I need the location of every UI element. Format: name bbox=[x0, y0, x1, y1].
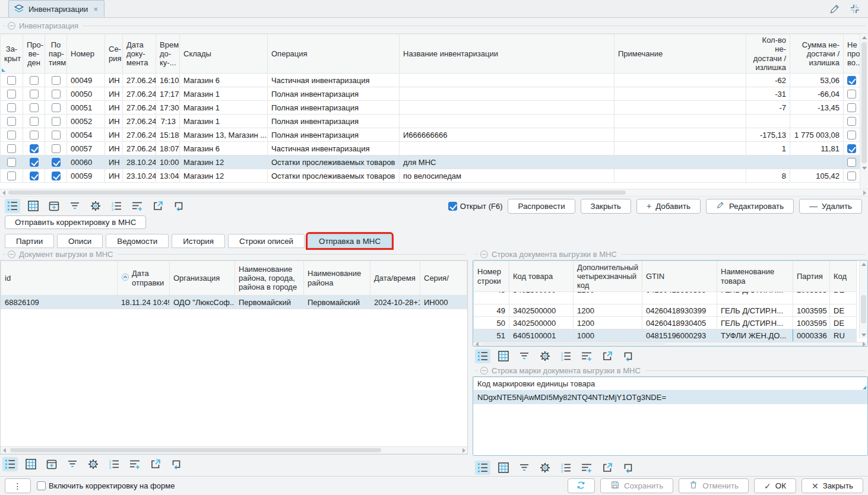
delete-button[interactable]: —Удалить bbox=[799, 199, 862, 214]
add-lines-icon[interactable] bbox=[127, 457, 142, 471]
grid-icon[interactable] bbox=[496, 349, 511, 363]
column-header[interactable]: Не про во... bbox=[844, 34, 860, 74]
posted-checkbox[interactable] bbox=[30, 144, 39, 153]
refresh-loop-icon[interactable] bbox=[620, 349, 636, 363]
scrollbar-thumb[interactable] bbox=[861, 42, 867, 163]
save-button[interactable]: Сохранить bbox=[600, 478, 673, 493]
scroll-down-icon[interactable] bbox=[860, 331, 867, 338]
closed-checkbox[interactable] bbox=[7, 90, 16, 99]
scrollbar-thumb[interactable] bbox=[481, 344, 666, 344]
by-parts-checkbox[interactable] bbox=[52, 144, 61, 153]
column-header[interactable]: Номер строки bbox=[474, 261, 509, 292]
vertical-scrollbar[interactable] bbox=[859, 261, 867, 338]
horizontal-scrollbar[interactable] bbox=[1, 446, 467, 454]
posted-checkbox[interactable] bbox=[30, 90, 39, 99]
column-header[interactable]: Дополнительный четырехзначный код bbox=[574, 261, 642, 292]
table-row[interactable]: 00054ИН27.06.2415:18Магазин 13, Магазин … bbox=[1, 128, 860, 142]
more-menu-button[interactable]: ⋮ bbox=[5, 478, 31, 493]
not-posted-checkbox[interactable] bbox=[847, 131, 856, 139]
edit-pencil-icon[interactable] bbox=[829, 3, 841, 15]
table-row[interactable]: 00051ИН27.06.2417:30Магазин 1Полная инве… bbox=[1, 101, 860, 115]
column-header[interactable]: Наименование района bbox=[304, 261, 370, 296]
filter-icon[interactable] bbox=[67, 199, 83, 213]
column-header[interactable]: Врем до- ку-... bbox=[156, 34, 180, 74]
scrollbar-thumb[interactable] bbox=[861, 295, 866, 323]
by-parts-checkbox[interactable] bbox=[52, 90, 61, 99]
posted-checkbox[interactable] bbox=[30, 76, 39, 85]
closed-checkbox[interactable] bbox=[7, 131, 16, 139]
posted-checkbox[interactable] bbox=[30, 131, 39, 139]
open-filter-checkbox[interactable] bbox=[448, 202, 457, 211]
settings-icon[interactable] bbox=[537, 349, 553, 363]
scroll-left-icon[interactable] bbox=[473, 342, 480, 345]
scroll-right-icon[interactable] bbox=[460, 447, 467, 453]
not-posted-checkbox[interactable] bbox=[847, 90, 856, 99]
column-header[interactable]: Наименование района, города, района в го… bbox=[235, 261, 304, 296]
calendar-add-icon[interactable] bbox=[44, 457, 59, 471]
table-row[interactable]: 00052ИН27.06.247:13Магазин 1Полная инвен… bbox=[1, 115, 860, 128]
filter-icon[interactable] bbox=[517, 461, 532, 475]
scroll-up-icon[interactable] bbox=[860, 34, 868, 41]
list-view-icon[interactable] bbox=[475, 349, 490, 363]
refresh-button[interactable] bbox=[568, 478, 595, 493]
table-row[interactable]: 00049ИН27.06.2416:10Магазин 6Частичная и… bbox=[1, 74, 860, 87]
column-header[interactable]: По пар- тиям bbox=[45, 34, 67, 74]
table-row[interactable]: 516405100001100004815196000293ТУФЛИ ЖЕН.… bbox=[474, 329, 857, 342]
ok-button[interactable]: ✓ОК bbox=[754, 478, 796, 493]
by-parts-checkbox[interactable] bbox=[52, 76, 61, 85]
posted-checkbox[interactable] bbox=[30, 117, 39, 126]
column-header[interactable]: Операция bbox=[268, 34, 400, 74]
vertical-scrollbar[interactable] bbox=[860, 34, 868, 189]
column-header[interactable]: Код маркировки единицы товара bbox=[474, 377, 867, 391]
by-parts-checkbox[interactable] bbox=[52, 103, 61, 112]
column-header[interactable]: Серия/ bbox=[420, 261, 467, 296]
collapse-icon[interactable] bbox=[480, 250, 488, 258]
closed-checkbox[interactable] bbox=[7, 117, 16, 126]
tab-Партии[interactable]: Партии bbox=[5, 234, 54, 248]
table-row[interactable]: NDgxNTE5NjAwMDI5My82NTQ4NTIzMjY1OTg3NDE= bbox=[474, 391, 867, 404]
tab-close-icon[interactable]: × bbox=[93, 5, 98, 14]
column-header[interactable]: Дата отправки bbox=[118, 261, 170, 296]
column-header[interactable]: GTIN bbox=[642, 261, 717, 292]
open-external-icon[interactable] bbox=[148, 457, 163, 471]
filter-icon[interactable] bbox=[65, 457, 80, 471]
add-lines-icon[interactable] bbox=[129, 199, 145, 213]
column-header[interactable]: Сумма не- достачи / излишка bbox=[790, 34, 844, 74]
numbered-list-icon[interactable]: 123 bbox=[109, 199, 124, 213]
open-filter-checkbox-label[interactable]: Открыт (F6) bbox=[448, 202, 503, 211]
tab-История[interactable]: История bbox=[172, 234, 225, 248]
not-posted-checkbox[interactable] bbox=[847, 144, 856, 153]
table-row[interactable]: 493402500000120004260418930399ГЕЛЬ Д/СТИ… bbox=[474, 304, 857, 317]
unpost-button[interactable]: Распровести bbox=[508, 199, 575, 214]
table-row[interactable]: 503402500000120004260418930405ГЕЛЬ Д/СТИ… bbox=[474, 317, 857, 329]
list-view-icon[interactable] bbox=[475, 461, 490, 475]
closed-checkbox[interactable] bbox=[7, 76, 16, 85]
not-posted-checkbox[interactable] bbox=[847, 76, 856, 85]
closed-checkbox[interactable] bbox=[7, 103, 16, 112]
scroll-left-icon[interactable] bbox=[0, 189, 7, 196]
numbered-list-icon[interactable]: 123 bbox=[106, 457, 122, 471]
list-view-icon[interactable] bbox=[2, 457, 18, 471]
closed-checkbox[interactable] bbox=[7, 158, 16, 167]
closed-checkbox[interactable] bbox=[7, 144, 16, 153]
not-posted-checkbox[interactable] bbox=[847, 172, 856, 180]
column-header[interactable]: id bbox=[1, 261, 118, 296]
column-header[interactable]: За- крыт bbox=[1, 34, 23, 74]
close-document-button[interactable]: Закрыть bbox=[581, 199, 631, 214]
not-posted-checkbox[interactable] bbox=[847, 158, 856, 167]
column-header[interactable]: Дата доку- мента bbox=[123, 34, 156, 74]
scrollbar-thumb[interactable] bbox=[8, 191, 626, 195]
column-header[interactable]: Склады bbox=[180, 34, 268, 74]
add-lines-icon[interactable] bbox=[579, 349, 594, 363]
posted-checkbox[interactable] bbox=[30, 158, 39, 167]
column-header[interactable]: Код товара bbox=[509, 261, 574, 292]
horizontal-scrollbar[interactable] bbox=[0, 189, 868, 196]
column-header[interactable]: Номер bbox=[67, 34, 105, 74]
by-parts-checkbox[interactable] bbox=[52, 158, 61, 167]
correction-checkbox-label[interactable]: Включить корректировку на форме bbox=[37, 481, 175, 490]
settings-icon[interactable] bbox=[88, 199, 103, 213]
column-header[interactable]: Се- рия bbox=[105, 34, 123, 74]
table-row[interactable]: 00060ИН28.10.2410:00Магазин 12Остатки пр… bbox=[1, 156, 860, 169]
correction-checkbox[interactable] bbox=[37, 481, 46, 490]
scroll-left-icon[interactable] bbox=[1, 447, 8, 453]
